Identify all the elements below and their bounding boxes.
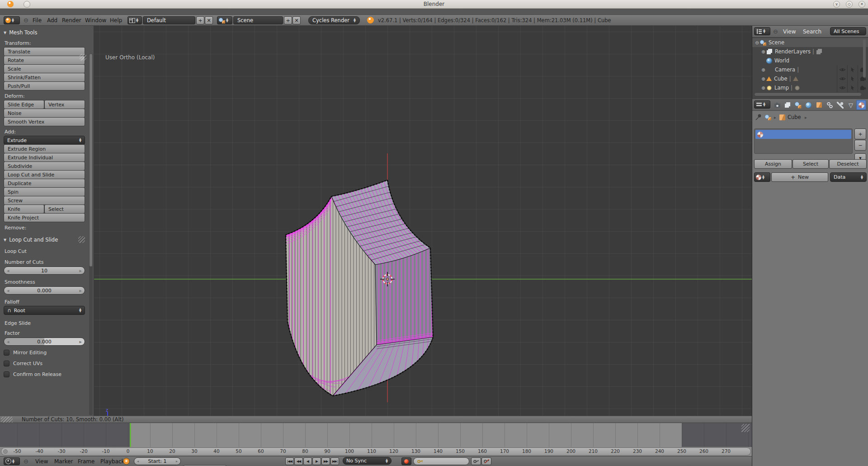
timeline-resize-grip[interactable] <box>741 424 750 432</box>
expander-icon[interactable]: ⊖ <box>754 40 760 45</box>
delete-keyframe-button[interactable] <box>481 457 491 465</box>
collapse-menus-icon[interactable]: ⊖ <box>24 456 28 466</box>
properties-tab-material[interactable] <box>856 100 866 110</box>
outliner-filter-dropdown[interactable]: All Scenes <box>830 27 866 35</box>
checkbox-confirm-on-release[interactable] <box>4 371 9 377</box>
selectable-cursor-icon[interactable] <box>847 65 858 74</box>
menu-window[interactable]: Window <box>85 15 106 26</box>
smoothness-slider[interactable]: 0.000 <box>4 286 85 295</box>
use-preview-range-icon[interactable] <box>123 458 130 465</box>
tool-button-knife[interactable]: Knife <box>4 204 44 214</box>
expander-icon[interactable]: ⊕ <box>760 49 766 54</box>
tool-button-extrude-individual[interactable]: Extrude Individual <box>4 153 85 162</box>
current-frame-marker[interactable] <box>130 423 131 447</box>
tool-button-shrink-fatten[interactable]: Shrink/Fatten <box>4 73 85 82</box>
menu-render[interactable]: Render <box>62 15 81 26</box>
tool-button-knife-project[interactable]: Knife Project <box>4 213 85 222</box>
breadcrumb-cube-icon[interactable] <box>779 114 785 120</box>
screen-layout-icon-button[interactable]: ▲▼ <box>127 16 142 24</box>
panel-drag-grip[interactable] <box>80 54 86 61</box>
outliner-menu-view[interactable]: View <box>783 26 796 37</box>
properties-tab-render[interactable] <box>772 100 782 110</box>
renderable-camera-icon[interactable] <box>858 83 868 92</box>
delete-scene-button[interactable]: ✕ <box>292 16 301 24</box>
timeline-menu-playback[interactable]: Playback <box>100 456 125 466</box>
expander-icon[interactable]: ⊕ <box>760 86 766 90</box>
auto-keyframe-record-button[interactable] <box>401 457 411 465</box>
sync-mode-dropdown[interactable]: No Sync ▲▼ <box>343 457 392 465</box>
maximize-button[interactable]: ◇ <box>846 1 853 8</box>
material-slot-selected[interactable] <box>755 130 851 139</box>
outliner-item-world[interactable]: World <box>752 56 868 65</box>
menu-help[interactable]: Help <box>110 15 122 26</box>
checkbox-mirror-editing[interactable] <box>4 350 9 356</box>
breadcrumb-object-name[interactable]: Cube <box>788 114 801 120</box>
next-keyframe-button[interactable]: ▶▶ <box>321 457 330 465</box>
scene-icon-button[interactable]: ▲▼ <box>217 16 232 24</box>
outliner-item-lamp[interactable]: ⊕Lamp| <box>752 83 868 92</box>
select-button[interactable]: Select <box>793 159 829 169</box>
properties-tab-render-layers[interactable] <box>783 100 793 110</box>
tool-button-loop-cut-and-slide[interactable]: Loop Cut and Slide <box>4 170 85 179</box>
screen-layout-field[interactable]: Default <box>143 16 195 24</box>
play-reverse-button[interactable]: ◀ <box>303 457 312 465</box>
deselect-button[interactable]: Deselect <box>829 159 867 169</box>
jump-to-start-button[interactable]: |◀◀ <box>285 457 294 465</box>
timeline-menu-view[interactable]: View <box>35 456 48 466</box>
3d-viewport[interactable]: User Ortho (Local) (1) Cube z y x <box>0 26 752 416</box>
outliner-horizontal-scrollbar[interactable] <box>754 92 862 96</box>
tool-button-extrude-region[interactable]: Extrude Region <box>4 144 85 153</box>
header-grip[interactable] <box>1 417 13 423</box>
expander-icon[interactable]: ⊕ <box>760 76 766 81</box>
tool-button-subdivide[interactable]: Subdivide <box>4 162 85 171</box>
editor-type-selector-properties[interactable]: ▲▼ <box>754 100 770 109</box>
tool-button-noise[interactable]: Noise <box>4 109 85 118</box>
visibility-eye-icon[interactable] <box>837 74 847 83</box>
properties-tab-constraints[interactable] <box>825 100 835 110</box>
tool-button-screw[interactable]: Screw <box>4 196 85 205</box>
timeline-menu-frame[interactable]: Frame <box>78 456 94 466</box>
mesh-tools-panel-header[interactable]: ▼ Mesh Tools <box>4 28 85 38</box>
tool-button-select[interactable]: Select <box>44 204 85 214</box>
collapse-menus-icon[interactable]: ⊖ <box>24 15 28 26</box>
editor-type-selector-timeline[interactable]: ▲▼ <box>4 457 20 465</box>
prev-keyframe-button[interactable]: ◀◀ <box>294 457 303 465</box>
tool-button-scale[interactable]: Scale <box>4 64 85 73</box>
tool-button-vertex[interactable]: Vertex <box>44 100 85 109</box>
outliner-menu-search[interactable]: Search <box>803 26 821 37</box>
properties-tab-object-data[interactable]: ▽ <box>846 100 856 110</box>
scene-name-field[interactable]: Scene <box>233 16 283 24</box>
properties-tab-modifiers[interactable] <box>835 100 845 110</box>
remove-material-slot-button[interactable]: − <box>854 140 866 151</box>
panel-drag-grip[interactable] <box>78 236 85 243</box>
tool-button-duplicate[interactable]: Duplicate <box>4 179 85 188</box>
visibility-eye-icon[interactable] <box>837 83 847 92</box>
add-layout-button[interactable]: + <box>196 16 204 24</box>
edited-cube-mesh[interactable] <box>226 171 443 401</box>
toolshelf-scrollbar-thumb[interactable] <box>90 54 92 266</box>
data-source-dropdown[interactable]: Data ▲▼ <box>830 172 867 182</box>
delete-layout-button[interactable]: ✕ <box>205 16 213 24</box>
selectable-cursor-icon[interactable] <box>847 83 858 92</box>
properties-tab-world[interactable] <box>804 100 814 110</box>
play-button[interactable]: ▶ <box>312 457 321 465</box>
tool-button-smooth-vertex[interactable]: Smooth Vertex <box>4 117 85 126</box>
close-button[interactable]: ✕ <box>859 1 865 8</box>
timeline-menu-marker[interactable]: Marker <box>54 456 73 466</box>
outliner-vertical-scrollbar[interactable] <box>863 39 866 77</box>
insert-keyframe-button[interactable] <box>471 457 481 465</box>
visibility-eye-icon[interactable] <box>837 65 847 74</box>
new-material-button[interactable]: + New <box>771 172 828 182</box>
checkbox-correct-uvs[interactable] <box>4 361 9 366</box>
add-material-slot-button[interactable]: + <box>854 128 866 139</box>
properties-tab-scene[interactable] <box>793 100 803 110</box>
timeline-ruler-scrollbar[interactable]: -50-40-30-20-100102030405060708090100110… <box>0 447 752 456</box>
tool-button-rotate[interactable]: Rotate <box>4 56 85 65</box>
render-engine-dropdown[interactable]: Cycles Render ▲▼ <box>308 16 360 24</box>
outliner-item-cube[interactable]: ⊕Cube| <box>752 74 868 83</box>
expander-icon[interactable]: ⊕ <box>760 67 766 72</box>
editor-type-selector-outliner[interactable]: ▲▼ <box>754 27 770 35</box>
falloff-dropdown[interactable]: ∩ Root ▲▼ <box>4 306 85 315</box>
properties-tab-object[interactable] <box>814 100 824 110</box>
breadcrumb-object-icon[interactable] <box>765 114 771 120</box>
